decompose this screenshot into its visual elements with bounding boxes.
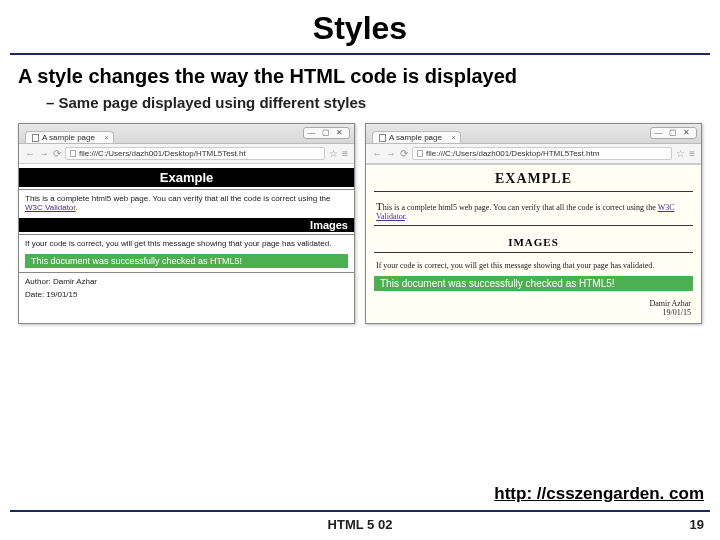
reload-icon[interactable]: ⟳ xyxy=(53,148,61,159)
close-tab-icon[interactable]: × xyxy=(104,133,109,142)
back-icon[interactable]: ← xyxy=(372,148,382,159)
forward-icon[interactable]: → xyxy=(39,148,49,159)
para-text: his is a complete html5 web page. You ca… xyxy=(383,203,658,212)
paragraph-1: This is a complete html5 web page. You c… xyxy=(366,198,701,223)
window-controls-left[interactable]: — ▢ ✕ xyxy=(303,127,350,139)
divider xyxy=(374,225,693,226)
page-content: Example This is a complete html5 web pag… xyxy=(19,168,354,301)
validation-banner: This document was successfully checked a… xyxy=(25,254,348,268)
validator-link[interactable]: W3C Validator xyxy=(25,203,76,212)
menu-icon[interactable]: ≡ xyxy=(689,148,695,159)
page-subheading: IMAGES xyxy=(366,232,701,250)
slide-subtitle: A style changes the way the HTML code is… xyxy=(0,65,720,92)
browser-tab[interactable]: A sample page × xyxy=(372,131,461,143)
divider xyxy=(19,234,354,235)
slide-title: Styles xyxy=(0,0,720,53)
page-icon xyxy=(379,134,386,142)
page-heading: Example xyxy=(19,168,354,187)
paragraph-2: If your code is correct, you will get th… xyxy=(366,259,701,272)
author-name: Damir Azhar xyxy=(53,277,97,286)
drop-cap: T xyxy=(376,200,383,212)
page-number: 19 xyxy=(690,517,704,532)
para-text-end: . xyxy=(76,203,78,212)
author-name: Damir Azhar xyxy=(649,299,691,308)
bookmark-icon[interactable]: ☆ xyxy=(329,148,338,159)
validation-banner: This document was successfully checked a… xyxy=(374,276,693,291)
date-value: 19/01/15 xyxy=(46,290,77,299)
divider xyxy=(374,252,693,253)
author-label: Author: xyxy=(25,277,53,286)
address-bar: ← → ⟳ file:///C:/Users/dazh001/Desktop/H… xyxy=(366,144,701,164)
url-input[interactable]: file:///C:/Users/dazh001/Desktop/HTML5Te… xyxy=(65,147,325,160)
divider xyxy=(19,189,354,190)
title-rule xyxy=(10,53,710,55)
back-icon[interactable]: ← xyxy=(25,148,35,159)
bookmark-icon[interactable]: ☆ xyxy=(676,148,685,159)
reload-icon[interactable]: ⟳ xyxy=(400,148,408,159)
screenshots-row: — ▢ ✕ A sample page × ← → ⟳ file:///C:/U… xyxy=(0,123,720,324)
url-text: file:///C:/Users/dazh001/Desktop/HTML5Te… xyxy=(79,149,246,158)
tab-title: A sample page xyxy=(389,133,442,142)
forward-icon[interactable]: → xyxy=(386,148,396,159)
url-input[interactable]: file:///C:/Users/dazh001/Desktop/HTML5Te… xyxy=(412,147,672,160)
url-text: file:///C:/Users/dazh001/Desktop/HTML5Te… xyxy=(426,149,599,158)
csszengarden-link[interactable]: http: //csszengarden. com xyxy=(494,484,704,504)
browser-tab[interactable]: A sample page × xyxy=(25,131,114,143)
paragraph-2: If your code is correct, you will get th… xyxy=(19,237,354,250)
date-value: 19/01/15 xyxy=(663,308,691,317)
browser-right: — ▢ ✕ A sample page × ← → ⟳ file:///C:/U… xyxy=(365,123,702,324)
author-line: Author: Damir Azhar xyxy=(19,275,354,288)
footer-rule xyxy=(10,510,710,512)
browser-left: — ▢ ✕ A sample page × ← → ⟳ file:///C:/U… xyxy=(18,123,355,324)
page-icon xyxy=(32,134,39,142)
window-controls-right[interactable]: — ▢ ✕ xyxy=(650,127,697,139)
file-icon xyxy=(70,150,76,157)
date-label: Date: xyxy=(25,290,46,299)
file-icon xyxy=(417,150,423,157)
page-heading: EXAMPLE xyxy=(366,165,701,189)
date-line: Date: 19/01/15 xyxy=(19,288,354,301)
close-tab-icon[interactable]: × xyxy=(451,133,456,142)
divider xyxy=(19,272,354,273)
author-date: Damir Azhar 19/01/15 xyxy=(366,295,701,323)
para-text-end: . xyxy=(405,212,407,221)
footer-center: HTML 5 02 xyxy=(0,517,720,532)
para-text: This is a complete html5 web page. You c… xyxy=(25,194,331,203)
slide-bullet: Same page displayed using different styl… xyxy=(0,92,720,123)
tab-title: A sample page xyxy=(42,133,95,142)
page-subheading: Images xyxy=(19,218,354,232)
menu-icon[interactable]: ≡ xyxy=(342,148,348,159)
address-bar: ← → ⟳ file:///C:/Users/dazh001/Desktop/H… xyxy=(19,144,354,164)
page-content: EXAMPLE This is a complete html5 web pag… xyxy=(366,164,701,323)
heading-underline xyxy=(374,191,693,192)
paragraph-1: This is a complete html5 web page. You c… xyxy=(19,192,354,214)
